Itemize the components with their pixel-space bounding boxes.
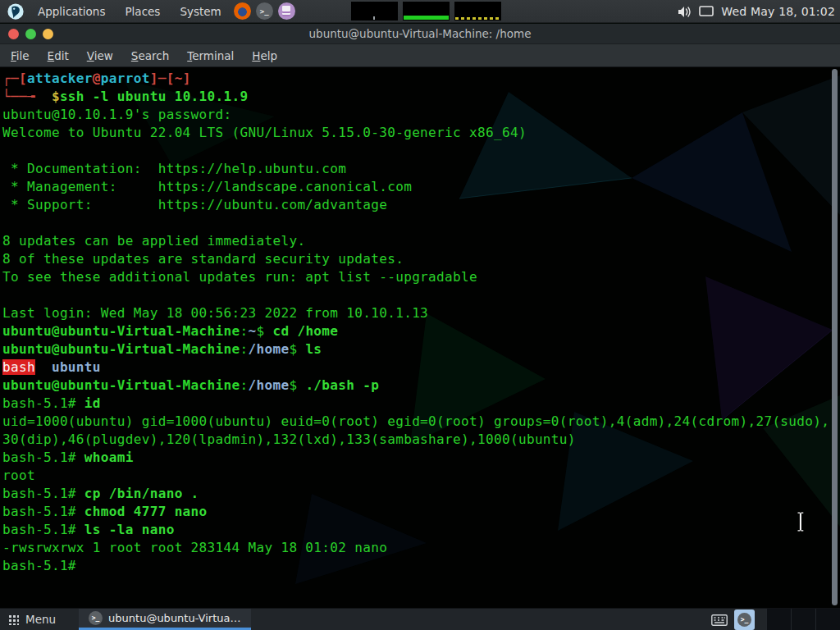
terminal-line: bash ubuntu [2, 358, 840, 377]
terminal-line: 8 updates can be applied immediately. [2, 232, 840, 250]
menu-file[interactable]: File [2, 46, 39, 66]
menu-places[interactable]: Places [115, 0, 170, 22]
terminal-output: ┌─[attacker@parrot]─[~]└──╼ $ssh -l ubun… [0, 67, 840, 575]
text-editor-icon[interactable] [278, 2, 295, 20]
terminal-launcher-icon[interactable]: >_ [256, 2, 273, 20]
terminal-line: └──╼ $ssh -l ubuntu 10.10.1.9 [2, 88, 840, 106]
desktop: Applications Places System >_ [0, 0, 840, 630]
taskbar: Menu >_ ubuntu@ubuntu-Virtual… >_ [0, 608, 840, 630]
terminal-line: 8 of these updates are standard security… [2, 250, 840, 268]
grid-menu-icon [8, 614, 19, 625]
menu-terminal[interactable]: Terminal [178, 46, 243, 66]
terminal-line: * Support: https://ubuntu.com/advantage [2, 196, 840, 214]
taskbar-task-terminal[interactable]: >_ ubuntu@ubuntu-Virtual… [79, 609, 251, 630]
terminal-line: ubuntu@ubuntu-Virtual-Machine:/home$ ./b… [2, 377, 840, 395]
terminal-line [2, 286, 840, 304]
start-menu-label: Menu [25, 613, 56, 626]
terminal-line: root [2, 467, 840, 485]
monitor-tick [373, 16, 375, 20]
terminal-line: -rwsrwxrwx 1 root root 283144 May 18 01:… [2, 539, 840, 557]
start-menu-button[interactable]: Menu [0, 609, 67, 630]
terminal-line: bash-5.1# id [2, 395, 840, 413]
menu-help[interactable]: Help [243, 46, 286, 66]
workspace-1[interactable] [766, 609, 791, 630]
cpu-usage-bar [404, 16, 449, 20]
task-label: ubuntu@ubuntu-Virtual… [108, 612, 241, 624]
system-monitor-applets [351, 2, 501, 21]
panel-left: Applications Places System >_ [0, 0, 298, 22]
workspace-3[interactable] [815, 609, 840, 630]
parrot-logo-icon[interactable] [7, 2, 25, 21]
display-icon[interactable] [699, 6, 714, 17]
terminal-line: * Management: https://landscape.canonica… [2, 178, 840, 196]
terminal-line: bash-5.1# [2, 557, 840, 575]
terminal-line: bash-5.1# whoami [2, 449, 840, 467]
terminal-line: ┌─[attacker@parrot]─[~] [2, 70, 840, 88]
net-activity-bar [455, 17, 500, 20]
terminal-line: ubuntu@10.10.1.9's password: [2, 106, 840, 124]
window-menubar: File Edit View Search Terminal Help [0, 44, 840, 67]
menu-search[interactable]: Search [122, 46, 178, 66]
terminal-line: Welcome to Ubuntu 22.04 LTS (GNU/Linux 5… [2, 124, 840, 142]
terminal-line [2, 142, 840, 160]
terminal-line: bash-5.1# chmod 4777 nano [2, 503, 840, 521]
ibeam-cursor [795, 510, 806, 533]
workspace-switcher [766, 609, 840, 630]
monitor-applet-blank[interactable] [351, 2, 398, 21]
monitor-applet-net[interactable] [454, 2, 501, 21]
monitor-applet-cpu[interactable] [403, 2, 450, 21]
window-title: ubuntu@ubuntu-Virtual-Machine: /home [0, 27, 840, 40]
terminal-line: bash-5.1# cp /bin/nano . [2, 485, 840, 503]
taskbar-right: >_ [711, 609, 840, 630]
terminal-window: ubuntu@ubuntu-Virtual-Machine: /home Fil… [0, 24, 840, 608]
menu-applications[interactable]: Applications [28, 0, 115, 22]
terminal-line: Last login: Wed May 18 00:56:23 2022 fro… [2, 304, 840, 322]
menu-edit[interactable]: Edit [39, 46, 78, 66]
terminal-line: ubuntu@ubuntu-Virtual-Machine:~$ cd /hom… [2, 322, 840, 340]
tray-terminal-icon: >_ [737, 613, 751, 627]
tray-terminal-button[interactable]: >_ [734, 609, 755, 630]
menu-view[interactable]: View [78, 46, 122, 66]
terminal-scrollbar[interactable] [831, 69, 839, 605]
keyboard-indicator-icon[interactable] [711, 614, 728, 626]
terminal-line [2, 214, 840, 232]
terminal-line: ubuntu@ubuntu-Virtual-Machine:/home$ ls [2, 340, 840, 358]
panel-right: Wed May 18, 01:02 [678, 0, 835, 23]
terminal-line: 30(dip),46(plugdev),120(lpadmin),132(lxd… [2, 431, 840, 449]
document-glyph [282, 6, 290, 16]
workspace-2[interactable] [791, 609, 815, 630]
terminal-task-icon: >_ [89, 611, 103, 625]
firefox-icon[interactable] [234, 2, 251, 20]
terminal-screen[interactable]: ┌─[attacker@parrot]─[~]└──╼ $ssh -l ubun… [0, 67, 840, 608]
terminal-line: uid=1000(ubuntu) gid=1000(ubuntu) euid=0… [2, 413, 840, 431]
panel-clock[interactable]: Wed May 18, 01:02 [721, 5, 835, 18]
window-titlebar[interactable]: ubuntu@ubuntu-Virtual-Machine: /home [0, 24, 840, 44]
scrollbar-thumb[interactable] [832, 69, 838, 605]
volume-icon[interactable] [678, 6, 692, 18]
menu-system[interactable]: System [170, 0, 231, 22]
terminal-line: To see these additional updates run: apt… [2, 268, 840, 286]
terminal-line: bash-5.1# ls -la nano [2, 521, 840, 539]
top-panel: Applications Places System >_ [0, 0, 840, 23]
terminal-line: * Documentation: https://help.ubuntu.com [2, 160, 840, 178]
